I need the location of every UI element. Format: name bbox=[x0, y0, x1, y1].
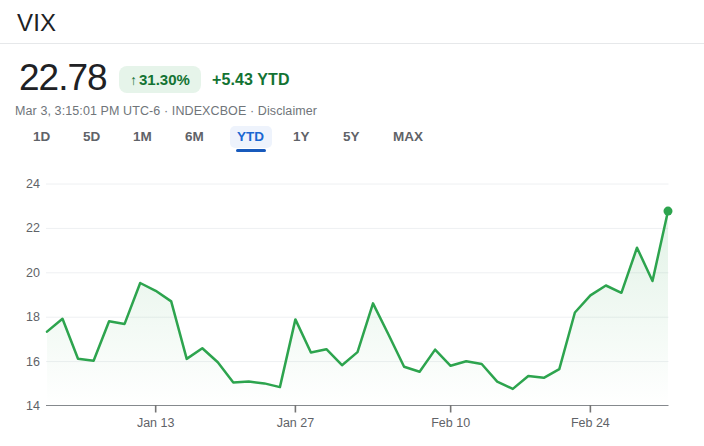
y-axis-label: 22 bbox=[0, 221, 40, 235]
page-root: VIX 22.78 ↑ 31.30% +5.43 YTD Mar 3, 3:15… bbox=[0, 0, 704, 446]
x-axis-label: Jan 27 bbox=[255, 416, 335, 430]
x-axis-label: Feb 24 bbox=[550, 416, 630, 430]
price-chart[interactable] bbox=[0, 0, 704, 446]
y-axis-label: 16 bbox=[0, 355, 40, 369]
x-ticks bbox=[156, 405, 591, 413]
x-axis-label: Jan 13 bbox=[116, 416, 196, 430]
last-price-dot bbox=[664, 207, 673, 216]
area-fill bbox=[47, 211, 668, 405]
y-axis-label: 18 bbox=[0, 310, 40, 324]
y-axis-label: 14 bbox=[0, 399, 40, 413]
y-axis-label: 20 bbox=[0, 266, 40, 280]
y-axis-label: 24 bbox=[0, 177, 40, 191]
x-axis-label: Feb 10 bbox=[411, 416, 491, 430]
